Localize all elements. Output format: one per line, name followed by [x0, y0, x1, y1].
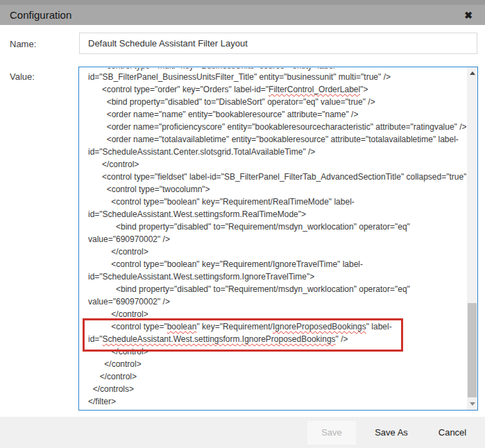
- code-line: id="ScheduleAssistant.West.settingsform.…: [88, 208, 465, 221]
- code-line: id="SB_FilterPanel_BusinessUnitsFilter_T…: [88, 71, 465, 83]
- code-line: </control>: [88, 308, 465, 320]
- spellcheck-squiggle: boolean: [167, 322, 197, 331]
- code-line: <bind property="disabled" to="Requiremen…: [88, 221, 465, 233]
- scroll-up-icon[interactable]: [467, 68, 477, 78]
- code-line: <bind property="disabled" to="Requiremen…: [88, 283, 465, 295]
- code-line: <bind property="disabled" to="DisableSor…: [88, 96, 465, 108]
- name-input[interactable]: [79, 33, 477, 54]
- background-strip: [0, 0, 485, 5]
- close-icon[interactable]: ✖: [461, 9, 475, 21]
- code-line: <control type="boolean" key="Requirement…: [88, 258, 465, 270]
- scrollbar[interactable]: [467, 67, 477, 410]
- name-label: Name:: [10, 39, 36, 49]
- value-label: Value:: [10, 71, 35, 82]
- value-editor-content: <control type="multi" key="BusinessUnits…: [79, 68, 466, 410]
- code-line: <order name="proficiencyscore" entity="b…: [88, 121, 465, 133]
- code-line: <order name="name" entity="bookableresou…: [88, 108, 465, 121]
- dialog-title: Configuration: [10, 9, 71, 21]
- dialog-footer: Save Save As Cancel: [0, 417, 485, 448]
- spellcheck-squiggle: FilterControl_OrderLabel: [269, 85, 360, 94]
- code-line: </control>: [88, 345, 465, 358]
- code-line: <control type="boolean" key="Requirement…: [88, 196, 465, 208]
- code-line: value="690970002" />: [88, 233, 465, 245]
- code-line: </control>: [88, 245, 465, 258]
- save-as-button[interactable]: Save As: [360, 421, 423, 445]
- code-line: id="ScheduleAssistant.West.settingsform.…: [88, 333, 465, 345]
- scroll-thumb[interactable]: [468, 303, 477, 397]
- code-line: <order name="totalavailabletime" entity=…: [88, 133, 465, 146]
- code-line: <control type="boolean" key="Requirement…: [88, 320, 465, 333]
- spellcheck-squiggle: ScheduleAssistant.West.settingsform.Igno…: [103, 334, 336, 344]
- code-line: </control>: [88, 370, 465, 383]
- code-line: </control>: [88, 358, 465, 370]
- spellcheck-squiggle: IgnoreProposedBookings: [273, 322, 366, 331]
- code-line: <control type="fieldset" label-id="SB_Fi…: [88, 171, 465, 183]
- cancel-button[interactable]: Cancel: [427, 421, 478, 445]
- code-line: </filter>: [88, 395, 465, 408]
- value-editor[interactable]: <control type="multi" key="BusinessUnits…: [78, 67, 478, 411]
- code-line: id="ScheduleAssistant.West.settingsform.…: [88, 270, 465, 283]
- code-line: </controls>: [88, 383, 465, 395]
- scroll-down-icon[interactable]: [467, 399, 477, 409]
- configuration-dialog: Configuration ✖ Name: Value: <control ty…: [0, 0, 485, 448]
- dialog-titlebar: Configuration ✖: [0, 5, 485, 25]
- highlight-box: <control type="boolean" key="Requirement…: [88, 320, 465, 345]
- code-line: </control>: [88, 158, 465, 171]
- code-line: id="ScheduleAssistant.Center.slotsgrid.T…: [88, 146, 465, 158]
- save-button[interactable]: Save: [307, 421, 356, 445]
- code-line: <control type="order" key="Orders" label…: [88, 83, 465, 96]
- code-line: <control type="twocolumn">: [88, 183, 465, 196]
- code-line: value="690970002" />: [88, 295, 465, 308]
